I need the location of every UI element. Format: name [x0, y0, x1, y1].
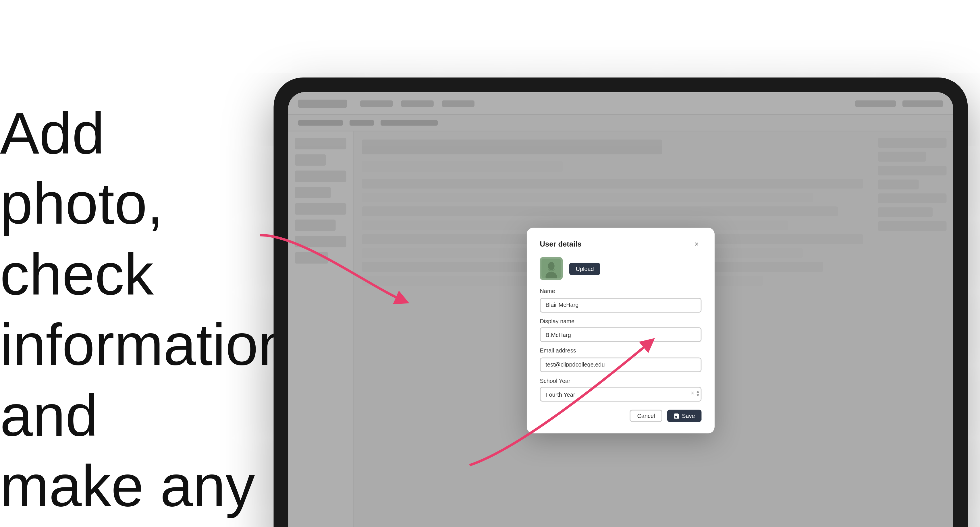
email-input[interactable] — [540, 357, 702, 372]
save-button[interactable]: Save — [667, 410, 702, 422]
upload-photo-button[interactable]: Upload — [569, 262, 601, 275]
tablet-frame: User details × Upl — [274, 78, 968, 527]
modal-overlay: User details × Upl — [288, 92, 953, 527]
chevron-down-icon: ▼ — [696, 393, 700, 397]
school-year-input[interactable] — [540, 387, 702, 402]
name-label: Name — [540, 288, 702, 294]
display-name-label: Display name — [540, 318, 702, 324]
modal-title: User details — [540, 240, 581, 248]
name-input[interactable] — [540, 297, 702, 312]
user-details-modal: User details × Upl — [527, 228, 714, 433]
school-year-select-wrapper: × ▲ ▼ — [540, 385, 702, 402]
tablet-screen: User details × Upl — [288, 92, 953, 527]
save-label: Save — [682, 413, 695, 419]
profile-photo-thumb — [540, 257, 563, 280]
school-year-label: School Year — [540, 378, 702, 383]
select-clear-icon[interactable]: × — [691, 390, 694, 396]
svg-point-3 — [548, 262, 555, 270]
select-controls: × ▲ ▼ — [691, 389, 700, 397]
cancel-button[interactable]: Cancel — [630, 410, 662, 422]
display-name-field-group: Display name — [540, 318, 702, 342]
display-name-input[interactable] — [540, 327, 702, 342]
annotation-left: Add photo, check information and make an… — [0, 98, 261, 527]
annotation-left-text3: make any — [0, 453, 255, 518]
annotation-left-text4: necessary edits. — [0, 524, 268, 527]
school-year-field-group: School Year × ▲ ▼ — [540, 378, 702, 402]
select-arrows: ▲ ▼ — [696, 389, 700, 397]
annotation-left-text2: information and — [0, 312, 291, 448]
modal-footer: Cancel Save — [540, 410, 702, 422]
email-field-group: Email address — [540, 348, 702, 372]
email-label: Email address — [540, 348, 702, 353]
photo-section: Upload — [540, 257, 702, 280]
modal-header: User details × — [540, 239, 702, 249]
save-icon — [674, 413, 679, 419]
modal-close-button[interactable]: × — [692, 239, 702, 249]
name-field-group: Name — [540, 288, 702, 312]
annotation-left-text: Add photo, check — [0, 100, 164, 307]
